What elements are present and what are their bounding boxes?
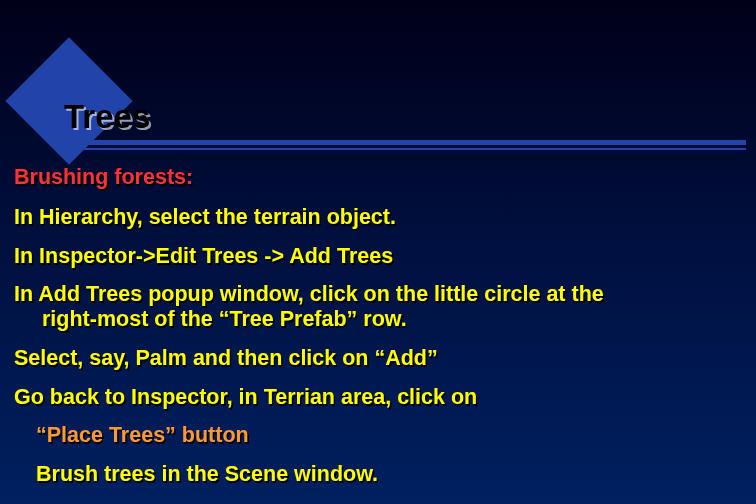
content-line-5: Go back to Inspector, in Terrian area, c… — [14, 385, 742, 410]
content-line-1: In Hierarchy, select the terrain object. — [14, 205, 742, 230]
content-line-3b: right-most of the “Tree Prefab” row. — [14, 307, 407, 331]
content-line-7: Brush trees in the Scene window. — [14, 462, 742, 487]
title-underline-thick — [64, 140, 746, 145]
content-line-4: Select, say, Palm and then click on “Add… — [14, 346, 742, 371]
content-line-3: In Add Trees popup window, click on the … — [14, 282, 742, 331]
slide-title: Trees — [64, 98, 746, 138]
slide-subtitle: Brushing forests: — [14, 165, 742, 190]
content-line-6-highlight: “Place Trees” button — [14, 423, 742, 448]
title-underline-thin — [64, 148, 746, 150]
content-line-2: In Inspector->Edit Trees -> Add Trees — [14, 244, 742, 269]
title-block: Trees — [64, 98, 746, 150]
content-line-3a: In Add Trees popup window, click on the … — [14, 282, 604, 306]
slide-content: Brushing forests: In Hierarchy, select t… — [14, 165, 742, 501]
